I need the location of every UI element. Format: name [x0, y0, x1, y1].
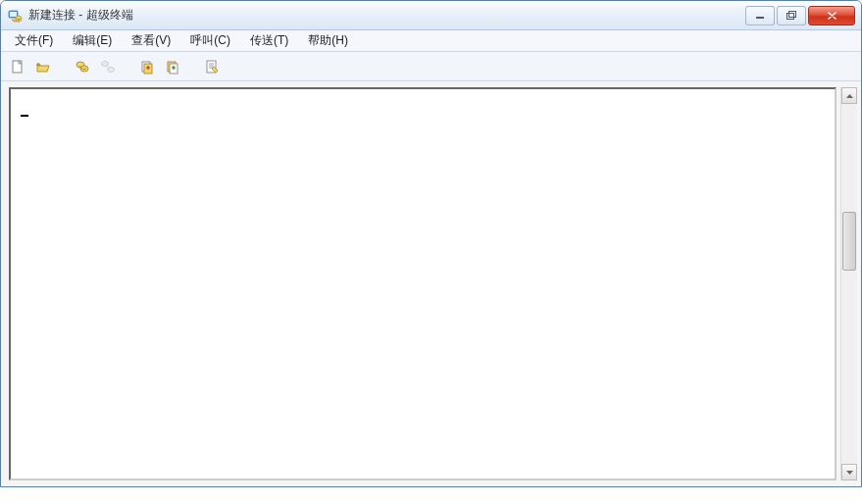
svg-rect-4 [787, 13, 794, 19]
scroll-thumb[interactable] [842, 212, 856, 271]
scroll-down-button[interactable] [841, 464, 857, 480]
menu-view[interactable]: 查看(V) [122, 30, 180, 51]
receive-button[interactable] [162, 56, 183, 77]
send-icon [139, 59, 155, 75]
disconnect-icon [100, 59, 116, 75]
toolbar [1, 52, 861, 81]
send-button[interactable] [136, 56, 158, 77]
maximize-button[interactable] [777, 6, 806, 25]
receive-icon [165, 59, 180, 75]
titlebar[interactable]: 新建连接 - 超级终端 [1, 1, 861, 30]
window-controls [745, 6, 855, 25]
window-title: 新建连接 - 超级终端 [28, 7, 745, 24]
properties-button[interactable] [201, 56, 223, 77]
svg-point-9 [102, 61, 109, 66]
menu-help[interactable]: 帮助(H) [298, 30, 358, 51]
svg-rect-5 [789, 11, 796, 17]
open-button[interactable] [32, 56, 54, 77]
open-icon [35, 59, 51, 75]
vertical-scrollbar[interactable] [840, 87, 857, 480]
properties-icon [204, 59, 220, 75]
connect-icon [75, 59, 90, 75]
menu-edit[interactable]: 编辑(E) [63, 30, 122, 51]
new-button[interactable] [7, 56, 28, 77]
minimize-button[interactable] [745, 6, 775, 25]
menu-file[interactable]: 文件(F) [5, 30, 63, 51]
close-button[interactable] [808, 6, 855, 25]
svg-rect-3 [756, 17, 764, 19]
menu-transfer[interactable]: 传送(T) [240, 30, 298, 51]
svg-point-2 [16, 16, 22, 22]
scroll-up-button[interactable] [841, 87, 857, 104]
app-icon [7, 8, 23, 24]
menu-call[interactable]: 呼叫(C) [180, 30, 240, 51]
client-area [1, 81, 861, 486]
menubar: 文件(F) 编辑(E) 查看(V) 呼叫(C) 传送(T) 帮助(H) [1, 30, 861, 52]
terminal-area[interactable] [9, 87, 837, 480]
connect-button[interactable] [72, 56, 93, 77]
terminal-cursor [21, 115, 28, 117]
disconnect-button[interactable] [97, 56, 119, 77]
new-icon [10, 59, 25, 75]
scroll-track[interactable] [841, 104, 857, 464]
svg-rect-1 [10, 12, 17, 17]
app-window: 新建连接 - 超级终端 文件(F) 编辑(E) 查看(V) 呼叫(C) 传送(T [0, 0, 862, 487]
